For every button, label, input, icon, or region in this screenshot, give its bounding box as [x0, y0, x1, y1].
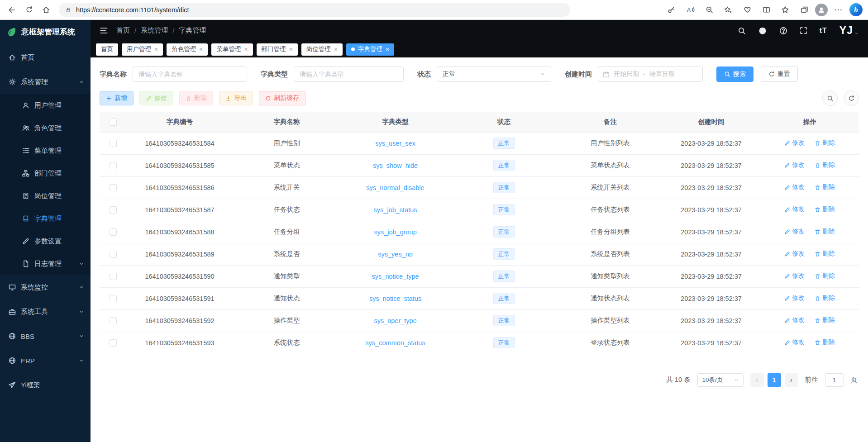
search-button[interactable]: 搜索: [716, 67, 754, 82]
browser-more-button[interactable]: ···: [830, 2, 847, 18]
browser-back-button[interactable]: [4, 2, 20, 18]
tab-menu-mgmt[interactable]: 菜单管理×: [211, 43, 253, 56]
sidebar-item-log-mgmt[interactable]: 日志管理: [0, 252, 91, 275]
table-row[interactable]: 1641030593246531589 系统是否 sys_yes_no 正常 系…: [100, 243, 859, 265]
sidebar-item-param-settings[interactable]: 参数设置: [0, 230, 91, 252]
row-delete-button[interactable]: 删除: [815, 139, 835, 147]
sidebar-item-user-mgmt[interactable]: 用户管理: [0, 94, 91, 117]
prev-page-button[interactable]: ‹: [750, 373, 764, 387]
row-checkbox[interactable]: [110, 273, 117, 280]
hamburger-icon[interactable]: [100, 26, 108, 35]
reset-button[interactable]: 重置: [761, 67, 798, 82]
tab-home[interactable]: 首页: [96, 43, 118, 56]
row-checkbox[interactable]: [110, 251, 117, 258]
breadcrumb-system[interactable]: 系统管理: [141, 26, 168, 35]
dict-type-link[interactable]: sys_user_sex: [375, 140, 415, 147]
collections-button[interactable]: [796, 2, 812, 18]
dict-type-link[interactable]: sys_job_status: [374, 206, 417, 214]
dict-type-input[interactable]: [294, 67, 404, 82]
page-1-button[interactable]: 1: [768, 373, 781, 387]
table-row[interactable]: 1641030593246531592 操作类型 sys_oper_type 正…: [100, 309, 859, 332]
sidebar-item-dict-mgmt[interactable]: 字典管理: [0, 207, 91, 230]
sidebar-item-menu-mgmt[interactable]: 菜单管理: [0, 139, 91, 162]
row-edit-button[interactable]: 修改: [784, 272, 805, 280]
read-aloud-button[interactable]: A: [682, 2, 698, 18]
url-text[interactable]: https://ccnetcore.com:1101/system/dict: [76, 6, 189, 14]
tab-close-icon[interactable]: ×: [386, 46, 389, 52]
sidebar-item-bbs[interactable]: BBS: [0, 324, 91, 348]
sidebar-item-dept-mgmt[interactable]: 部门管理: [0, 162, 91, 185]
tab-dept-mgmt[interactable]: 部门管理×: [257, 43, 298, 56]
sidebar-item-system[interactable]: 系统管理: [0, 70, 91, 94]
tab-close-icon[interactable]: ×: [334, 46, 338, 52]
browser-essentials-button[interactable]: [739, 2, 755, 18]
status-select[interactable]: 正常: [437, 67, 551, 82]
sidebar-item-home[interactable]: 首页: [0, 45, 91, 70]
refresh-cache-button[interactable]: 刷新缓存: [259, 91, 305, 105]
breadcrumb-home[interactable]: 首页: [116, 26, 130, 35]
row-delete-button[interactable]: 删除: [815, 161, 835, 169]
toggle-search-button[interactable]: [822, 90, 838, 106]
row-delete-button[interactable]: 删除: [815, 228, 835, 236]
row-delete-button[interactable]: 删除: [815, 183, 835, 191]
table-row[interactable]: 1641030593246531587 任务状态 sys_job_status …: [100, 199, 859, 221]
table-row[interactable]: 1641030593246531585 菜单状态 sys_show_hide 正…: [100, 154, 859, 176]
page-size-select[interactable]: 10条/页: [697, 373, 744, 387]
sidebar-item-post-mgmt[interactable]: 岗位管理: [0, 185, 91, 207]
row-edit-button[interactable]: 修改: [784, 183, 805, 191]
row-edit-button[interactable]: 修改: [784, 161, 805, 169]
dict-type-link[interactable]: sys_normal_disable: [366, 184, 424, 191]
add-button[interactable]: 新增: [100, 91, 134, 105]
next-page-button[interactable]: ›: [785, 373, 798, 387]
row-checkbox[interactable]: [110, 162, 117, 169]
dict-name-input[interactable]: [133, 67, 247, 82]
row-delete-button[interactable]: 删除: [815, 294, 835, 302]
row-checkbox[interactable]: [110, 140, 117, 147]
row-edit-button[interactable]: 修改: [784, 316, 805, 324]
tab-close-icon[interactable]: ×: [289, 46, 293, 52]
browser-home-button[interactable]: [38, 2, 54, 18]
profile-avatar[interactable]: [815, 4, 828, 16]
dict-type-link[interactable]: sys_show_hide: [373, 162, 418, 169]
delete-button[interactable]: 删除: [179, 91, 213, 105]
tab-dict-mgmt[interactable]: 字典管理×: [346, 43, 394, 56]
row-edit-button[interactable]: 修改: [784, 250, 805, 258]
zoom-button[interactable]: [701, 2, 717, 18]
row-delete-button[interactable]: 删除: [815, 338, 835, 347]
date-range-picker[interactable]: 开始日期 - 结束日期: [598, 67, 703, 82]
select-all-checkbox[interactable]: [110, 119, 117, 126]
sidebar-item-erp[interactable]: ERP: [0, 348, 91, 373]
address-bar[interactable]: https://ccnetcore.com:1101/system/dict: [59, 3, 570, 17]
sidebar-item-role-mgmt[interactable]: 角色管理: [0, 117, 91, 139]
row-delete-button[interactable]: 删除: [815, 205, 835, 214]
edit-button[interactable]: 修改: [139, 91, 173, 105]
favorites-add-button[interactable]: [720, 2, 736, 18]
table-row[interactable]: 1641030593246531584 用户性别 sys_user_sex 正常…: [100, 132, 859, 154]
sidebar-item-yi-framework[interactable]: Yi框架: [0, 373, 91, 397]
password-key-button[interactable]: [663, 2, 679, 18]
dict-type-link[interactable]: sys_notice_type: [372, 273, 419, 280]
header-brand-logo[interactable]: YJ: [839, 24, 859, 37]
row-edit-button[interactable]: 修改: [784, 139, 805, 147]
goto-page-input[interactable]: [825, 373, 844, 387]
dict-type-link[interactable]: sys_common_status: [365, 339, 425, 347]
tab-close-icon[interactable]: ×: [154, 46, 158, 52]
row-checkbox[interactable]: [110, 339, 117, 347]
table-row[interactable]: 1641030593246531591 通知状态 sys_notice_stat…: [100, 287, 859, 309]
row-edit-button[interactable]: 修改: [784, 294, 805, 302]
row-checkbox[interactable]: [110, 206, 117, 214]
table-row[interactable]: 1641030593246531588 任务分组 sys_job_group 正…: [100, 221, 859, 243]
sidebar-item-monitor[interactable]: 系统监控: [0, 275, 91, 299]
favorites-button[interactable]: [777, 2, 793, 18]
row-checkbox[interactable]: [110, 295, 117, 302]
table-row[interactable]: 1641030593246531586 系统开关 sys_normal_disa…: [100, 176, 859, 199]
dict-type-link[interactable]: sys_oper_type: [374, 317, 416, 324]
refresh-table-button[interactable]: [844, 90, 859, 106]
tab-close-icon[interactable]: ×: [244, 46, 248, 52]
row-checkbox[interactable]: [110, 317, 117, 324]
search-icon[interactable]: [738, 27, 746, 35]
table-row[interactable]: 1641030593246531593 系统状态 sys_common_stat…: [100, 332, 859, 354]
browser-refresh-button[interactable]: [21, 2, 37, 18]
bing-sidebar-button[interactable]: b: [849, 3, 863, 16]
sidebar-item-tools[interactable]: 系统工具: [0, 299, 91, 324]
